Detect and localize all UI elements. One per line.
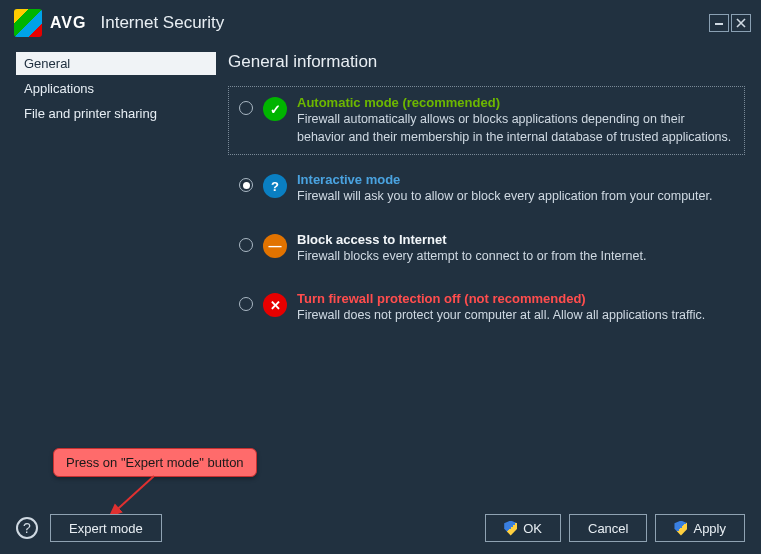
sidebar-item-file-and-printer-sharing[interactable]: File and printer sharing bbox=[16, 102, 216, 125]
option-body: Interactive modeFirewall will ask you to… bbox=[297, 172, 734, 206]
option-body: Automatic mode (recommended)Firewall aut… bbox=[297, 95, 734, 146]
close-button[interactable] bbox=[731, 14, 751, 32]
window-buttons bbox=[709, 14, 751, 32]
minimize-button[interactable] bbox=[709, 14, 729, 32]
option-description: Firewall does not protect your computer … bbox=[297, 307, 734, 325]
shield-icon bbox=[504, 521, 517, 536]
firewall-mode-option[interactable]: ✕Turn firewall protection off (not recom… bbox=[228, 282, 745, 334]
block-icon: — bbox=[263, 234, 287, 258]
footer: ? Expert mode OK Cancel Apply bbox=[0, 504, 761, 554]
sidebar-item-applications[interactable]: Applications bbox=[16, 77, 216, 100]
titlebar: AVG Internet Security bbox=[0, 0, 761, 42]
apply-button[interactable]: Apply bbox=[655, 514, 745, 542]
firewall-mode-option[interactable]: ✓Automatic mode (recommended)Firewall au… bbox=[228, 86, 745, 155]
radio-button[interactable] bbox=[239, 178, 253, 192]
sidebar: GeneralApplicationsFile and printer shar… bbox=[16, 52, 216, 472]
ok-button[interactable]: OK bbox=[485, 514, 561, 542]
option-description: Firewall will ask you to allow or block … bbox=[297, 188, 734, 206]
annotation-callout: Press on "Expert mode" button bbox=[53, 448, 257, 477]
ok-label: OK bbox=[523, 521, 542, 536]
firewall-mode-option[interactable]: —Block access to InternetFirewall blocks… bbox=[228, 223, 745, 275]
question-icon: ? bbox=[263, 174, 287, 198]
options-list: ✓Automatic mode (recommended)Firewall au… bbox=[228, 86, 745, 334]
avg-logo-icon bbox=[14, 9, 42, 37]
option-body: Block access to InternetFirewall blocks … bbox=[297, 232, 734, 266]
option-title: Interactive mode bbox=[297, 172, 734, 187]
firewall-mode-option[interactable]: ?Interactive modeFirewall will ask you t… bbox=[228, 163, 745, 215]
cancel-button[interactable]: Cancel bbox=[569, 514, 647, 542]
radio-button[interactable] bbox=[239, 101, 253, 115]
cross-icon: ✕ bbox=[263, 293, 287, 317]
brand-text: AVG bbox=[50, 14, 86, 32]
option-title: Block access to Internet bbox=[297, 232, 734, 247]
option-title: Automatic mode (recommended) bbox=[297, 95, 734, 110]
expert-mode-button[interactable]: Expert mode bbox=[50, 514, 162, 542]
radio-button[interactable] bbox=[239, 297, 253, 311]
radio-button[interactable] bbox=[239, 238, 253, 252]
checkmark-icon: ✓ bbox=[263, 97, 287, 121]
option-title: Turn firewall protection off (not recomm… bbox=[297, 291, 734, 306]
sidebar-item-general[interactable]: General bbox=[16, 52, 216, 75]
svg-rect-0 bbox=[715, 23, 723, 25]
section-heading: General information bbox=[228, 52, 745, 72]
product-title: Internet Security bbox=[100, 13, 224, 33]
option-body: Turn firewall protection off (not recomm… bbox=[297, 291, 734, 325]
option-description: Firewall automatically allows or blocks … bbox=[297, 111, 734, 146]
apply-label: Apply bbox=[693, 521, 726, 536]
option-description: Firewall blocks every attempt to connect… bbox=[297, 248, 734, 266]
logo: AVG Internet Security bbox=[14, 9, 224, 37]
body: GeneralApplicationsFile and printer shar… bbox=[0, 42, 761, 472]
content: General information ✓Automatic mode (rec… bbox=[216, 52, 745, 472]
help-icon[interactable]: ? bbox=[16, 517, 38, 539]
shield-icon bbox=[674, 521, 687, 536]
